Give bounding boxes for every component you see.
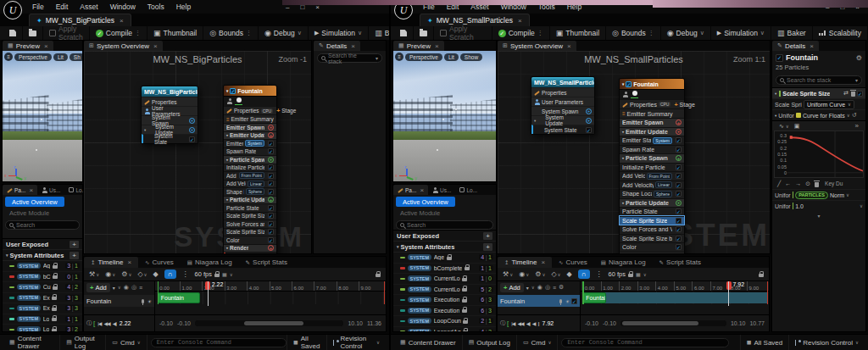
timeline-toolbar-icon[interactable]: ◇ ∨ <box>551 270 560 278</box>
tab-close-icon[interactable]: × <box>435 42 439 50</box>
module-enabled-checkbox[interactable]: ✓ <box>676 191 682 197</box>
curve-source-dropdown[interactable]: Curve for Floats <box>803 113 845 119</box>
add-parameter-button[interactable]: + <box>70 252 79 259</box>
system-node-header[interactable]: MW_NS_BigParticles <box>142 86 198 97</box>
toolbar-button-menu[interactable]: ⋮ <box>135 30 141 36</box>
expand-toolbar-icon[interactable]: » <box>855 122 859 130</box>
menu-item[interactable]: Help <box>561 1 587 13</box>
expand-details-icon[interactable]: ▾ <box>772 211 865 219</box>
emitter-mode-icon[interactable] <box>227 98 232 105</box>
viewport-option-button[interactable]: Lit <box>53 53 68 61</box>
range-end-field[interactable]: 10.77 <box>749 320 765 326</box>
menu-item[interactable]: Edit <box>50 1 75 13</box>
toolbar-button[interactable] <box>3 26 23 40</box>
maximize-button[interactable]: □ <box>840 3 844 11</box>
minimize-button[interactable]: – <box>826 3 829 11</box>
revert-icon[interactable]: ↺ <box>852 112 857 119</box>
module-enabled-checkbox[interactable]: ✓ <box>676 173 682 179</box>
shuffle-icon[interactable]: ⇄ <box>843 90 849 97</box>
stack-row[interactable]: ▾ Particle Update + <box>224 196 276 204</box>
transport-button[interactable]: |◀ <box>511 320 515 326</box>
tab-close-icon[interactable]: × <box>810 42 814 50</box>
module-enabled-checkbox[interactable]: ✓ <box>268 181 274 186</box>
toolbar-button[interactable] <box>414 26 434 40</box>
track-toolbar-icon[interactable]: ◉ <box>537 284 542 291</box>
toolbar-button-menu[interactable]: ∨ <box>298 30 302 36</box>
parameter-row[interactable]: SYSTEM LoopedAg 4|2 <box>393 327 496 332</box>
stack-row[interactable]: ▾ Particle Update + <box>620 198 684 208</box>
toolbar-button[interactable]: Bounds ⋮ <box>606 26 661 40</box>
view-end-field[interactable]: 10.10 <box>348 320 363 326</box>
close-button[interactable]: × <box>855 3 860 11</box>
emitter-clip[interactable]: Fountain <box>582 292 606 303</box>
toolbar-button-menu[interactable]: ⋮ <box>648 30 654 36</box>
close-button[interactable]: × <box>315 3 320 11</box>
toolbar-button-menu[interactable]: ∨ <box>358 30 362 36</box>
menu-item[interactable]: Help <box>170 1 197 13</box>
add-parameter-button[interactable]: + <box>483 243 492 251</box>
active-module-button[interactable]: Active Module <box>5 208 53 218</box>
add-module-icon[interactable]: + <box>676 155 682 161</box>
menu-item[interactable]: Tools <box>142 1 170 13</box>
toolbar-button[interactable] <box>23 26 43 40</box>
timeline-toolbar-icon[interactable]: ⚒ ∨ <box>503 270 513 278</box>
filter-icon[interactable]: ▾ <box>855 77 858 83</box>
tab-system-overview[interactable]: ⊞ System Overview × <box>84 41 163 51</box>
stack-row[interactable]: ▾ Render + <box>620 252 684 254</box>
emitter-node[interactable]: ▾ ✓ Fountain Properties CPU + St <box>223 85 277 253</box>
transport-button[interactable]: ◀ <box>532 320 536 326</box>
output-log-button[interactable]: ▤ Output Log <box>60 335 106 350</box>
isolate-icon[interactable] <box>559 299 562 303</box>
value-field[interactable]: 1.0 <box>795 203 804 209</box>
toolbar-button-menu[interactable]: ∨ <box>760 30 765 36</box>
timeline-ruler[interactable]: 0.001.002.003.004.005.006.007.008.009.00 <box>155 281 386 292</box>
parameter-row[interactable]: SYSTEM Execution 6|3 <box>393 295 496 306</box>
parameters-tab[interactable]: Pa... × <box>3 185 37 195</box>
range-end-field[interactable]: 11.36 <box>367 320 381 326</box>
add-track-button[interactable]: + Add <box>86 283 110 292</box>
timeline-tab[interactable]: ↥ Timeline × <box>84 257 138 268</box>
tab-preview[interactable]: ▦ Preview × <box>3 41 53 51</box>
add-module-icon[interactable]: + <box>268 132 274 138</box>
stack-row[interactable]: ▾ Solve Forces and Velocity 001 ✓ <box>620 225 684 234</box>
tab-close-icon[interactable]: × <box>567 42 571 50</box>
stack-row[interactable]: ▾ Particle State ✓ <box>224 203 276 212</box>
timeline-toolbar-icon[interactable]: ⚒ ∨ <box>89 270 99 278</box>
scrollbar-thumb[interactable] <box>244 321 303 325</box>
delete-icon[interactable] <box>851 92 855 97</box>
parameter-row[interactable]: SYSTEM Execution 6|3 <box>393 306 496 317</box>
timeline-tab[interactable]: ✎ Script Stats <box>239 257 294 268</box>
isolate-icon[interactable] <box>142 299 144 303</box>
viewport[interactable]: ≡ PerspectiveLitShow zxy <box>393 51 496 181</box>
add-module-icon[interactable]: + <box>189 118 195 124</box>
stack-row[interactable]: ▾ Emitter Spawn + <box>224 123 276 131</box>
timeline-toolbar-icon[interactable]: ∩ <box>578 269 590 279</box>
stack-row[interactable]: ▾ Emitter State System ✓ <box>224 139 276 147</box>
stack-row[interactable]: ▾ Scale Sprite Size by Speed ✓ <box>620 234 684 243</box>
curve-template-button[interactable]: ∿ ∨ <box>779 123 789 130</box>
solo-icon[interactable]: ☀ <box>565 298 570 304</box>
stack-row[interactable]: ▾ Emitter Spawn + <box>620 118 684 127</box>
module-enabled-checkbox[interactable]: ✓ <box>676 164 682 170</box>
module-enabled-checkbox[interactable]: ✓ <box>676 218 682 224</box>
range-start-field[interactable]: -0.10 <box>585 320 598 326</box>
timeline-tab[interactable]: ∿ Curves <box>138 257 181 268</box>
stack-row[interactable]: ▾ Initialize Particle ✓ <box>620 163 684 172</box>
timeline-tab[interactable]: ✎ Script Stats <box>653 257 708 268</box>
emitter-clip[interactable]: Fountain <box>158 292 201 303</box>
export-curve-button[interactable]: ▣ <box>794 123 800 130</box>
system-node-row[interactable]: ▾ System Update + <box>531 115 594 125</box>
curve-editor[interactable]: 0.30.250.20.150.10.050 <box>774 131 864 178</box>
category-system-attributes[interactable]: ▾ System Attributes + <box>3 250 82 261</box>
output-log-button[interactable]: ▤ Output Log <box>463 335 517 350</box>
toolbar-button[interactable]: Apply Scratch <box>434 26 492 40</box>
node-graph[interactable]: MW_NS_BigParticles Zoom -1 SYSTEM MW_NS_… <box>84 51 311 253</box>
parameter-row[interactable]: SYSTEM Ex 3|3 <box>3 293 82 304</box>
category-user-exposed[interactable]: User Exposed + <box>3 239 82 250</box>
framerate-selector[interactable]: 60 fps ▦ ∨ <box>609 270 647 278</box>
parameter-row[interactable]: SYSTEM Ex 3|3 <box>3 303 82 314</box>
active-overview-button[interactable]: Active Overview <box>396 197 455 207</box>
add-stage-icon[interactable]: + <box>674 102 677 108</box>
stack-row[interactable]: ▾ Sprite Renderer ✓ <box>224 252 276 253</box>
viewport[interactable]: ≡ PerspectiveLitSh zxy <box>3 51 82 181</box>
